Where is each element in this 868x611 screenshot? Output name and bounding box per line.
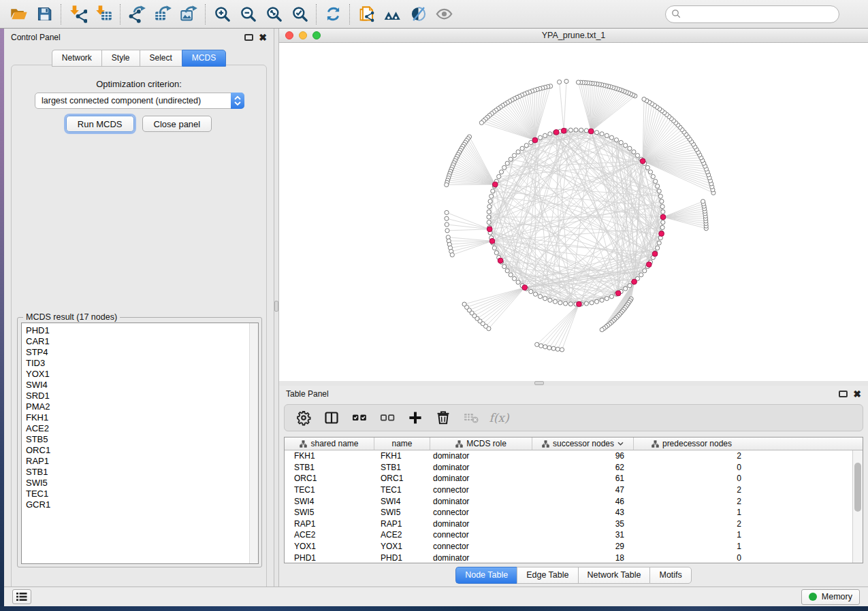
leaf-node[interactable] — [450, 253, 454, 257]
ring-node[interactable] — [605, 297, 609, 301]
mcds-hub-node[interactable] — [522, 285, 528, 291]
mcds-hub-node[interactable] — [561, 128, 566, 133]
network-canvas[interactable] — [279, 43, 868, 381]
ring-node[interactable] — [651, 174, 655, 178]
ring-node[interactable] — [558, 301, 562, 305]
table-row[interactable]: PHD1PHD1dominator180 — [285, 552, 852, 563]
leaf-node[interactable] — [576, 80, 580, 84]
ring-node[interactable] — [660, 205, 664, 209]
ring-node[interactable] — [661, 210, 665, 214]
mcds-hub-node[interactable] — [577, 301, 582, 307]
ring-node[interactable] — [509, 157, 513, 161]
mcds-hub-node[interactable] — [489, 238, 495, 244]
leaf-node[interactable] — [556, 347, 560, 351]
ring-node[interactable] — [499, 170, 503, 174]
leaf-node[interactable] — [445, 229, 449, 233]
ring-node[interactable] — [487, 220, 491, 225]
ring-node[interactable] — [543, 297, 547, 301]
mcds-result-item[interactable]: TID3 — [26, 358, 258, 369]
leaf-node[interactable] — [445, 183, 449, 187]
ring-node[interactable] — [564, 301, 568, 306]
leaf-node[interactable] — [445, 210, 449, 214]
network-graph[interactable] — [279, 43, 868, 381]
ring-node[interactable] — [509, 273, 513, 277]
mcds-hub-node[interactable] — [492, 182, 498, 187]
mcds-result-item[interactable]: GCR1 — [26, 499, 258, 510]
ring-node[interactable] — [538, 295, 542, 299]
ring-node[interactable] — [584, 129, 588, 133]
ring-node[interactable] — [524, 144, 528, 148]
mcds-hub-node[interactable] — [646, 262, 652, 267]
ring-node[interactable] — [538, 135, 542, 139]
delete-column-button[interactable] — [435, 410, 451, 426]
ring-node[interactable] — [520, 146, 524, 150]
ring-node[interactable] — [505, 269, 509, 273]
table-row[interactable]: SWI4SWI4dominator462 — [285, 495, 852, 507]
leaf-node[interactable] — [547, 346, 551, 350]
ring-node[interactable] — [487, 215, 491, 219]
float-table-panel-icon[interactable] — [839, 391, 848, 397]
mcds-result-item[interactable]: CAR1 — [26, 336, 258, 347]
ring-node[interactable] — [502, 165, 507, 169]
leaf-node[interactable] — [551, 346, 556, 350]
ring-node[interactable] — [595, 299, 599, 303]
ring-node[interactable] — [657, 189, 661, 193]
leaf-node[interactable] — [558, 80, 562, 84]
leaf-node[interactable] — [642, 97, 646, 101]
zoom-fit-button[interactable] — [261, 2, 287, 27]
table-scrollbar[interactable] — [852, 450, 863, 563]
ring-node[interactable] — [516, 280, 520, 284]
zoom-in-button[interactable] — [209, 2, 235, 27]
ring-node[interactable] — [624, 286, 628, 291]
ring-node[interactable] — [487, 205, 492, 209]
tab-style[interactable]: Style — [101, 50, 140, 67]
ring-node[interactable] — [654, 179, 658, 183]
table-row[interactable]: TEC1TEC1connector472 — [285, 484, 852, 496]
mcds-hub-node[interactable] — [659, 231, 664, 237]
mcds-result-item[interactable]: TEC1 — [26, 489, 258, 499]
ring-node[interactable] — [619, 140, 623, 144]
ring-node[interactable] — [609, 295, 613, 299]
ring-node[interactable] — [645, 165, 649, 169]
mcds-result-item[interactable]: ACE2 — [26, 423, 258, 434]
column-header-MCDS-role[interactable]: MCDS role — [430, 437, 532, 450]
tab-edge-table[interactable]: Edge Table — [517, 567, 577, 584]
ring-node[interactable] — [590, 301, 594, 305]
table-row[interactable]: STB1STB1dominator620 — [285, 462, 852, 474]
table-row[interactable]: SWI5SWI5connector431 — [285, 507, 852, 518]
vertical-splitter[interactable] — [274, 29, 279, 587]
select-all-button[interactable] — [351, 410, 368, 426]
ring-node[interactable] — [648, 170, 652, 174]
task-history-button[interactable] — [12, 589, 31, 604]
close-table-panel-icon[interactable]: ✖ — [853, 391, 861, 397]
tab-motifs[interactable]: Motifs — [649, 567, 691, 584]
mcds-hub-node[interactable] — [498, 258, 503, 263]
column-header-shared-name[interactable]: shared name — [285, 437, 374, 450]
optimization-criterion-select[interactable]: largest connected component (undirected) — [35, 93, 244, 109]
table-row[interactable]: ORC1ORC1dominator610 — [285, 473, 852, 484]
ring-node[interactable] — [492, 246, 496, 250]
tab-network-table[interactable]: Network Table — [578, 567, 650, 584]
ring-node[interactable] — [657, 241, 661, 245]
leaf-node[interactable] — [543, 345, 547, 349]
ring-node[interactable] — [660, 199, 664, 203]
ring-node[interactable] — [505, 161, 509, 165]
column-header-successor-nodes[interactable]: successor nodes — [532, 437, 634, 450]
ring-node[interactable] — [660, 225, 664, 229]
mcds-hub-node[interactable] — [660, 214, 666, 220]
save-session-button[interactable] — [31, 2, 57, 27]
leaf-node[interactable] — [600, 328, 604, 332]
ring-node[interactable] — [628, 146, 632, 150]
import-network-button[interactable] — [65, 2, 91, 27]
tab-network[interactable]: Network — [52, 50, 101, 67]
ring-node[interactable] — [661, 220, 665, 225]
ring-node[interactable] — [614, 138, 618, 142]
ring-node[interactable] — [502, 265, 507, 269]
column-header-predecessor-nodes[interactable]: predecessor nodes — [634, 437, 750, 450]
mcds-hub-node[interactable] — [632, 279, 637, 284]
show-graphics-button[interactable] — [405, 2, 431, 27]
mcds-result-item[interactable]: SWI5 — [26, 478, 258, 489]
deselect-all-button[interactable] — [379, 410, 396, 426]
ring-node[interactable] — [548, 132, 552, 136]
zoom-selected-button[interactable] — [287, 2, 312, 27]
